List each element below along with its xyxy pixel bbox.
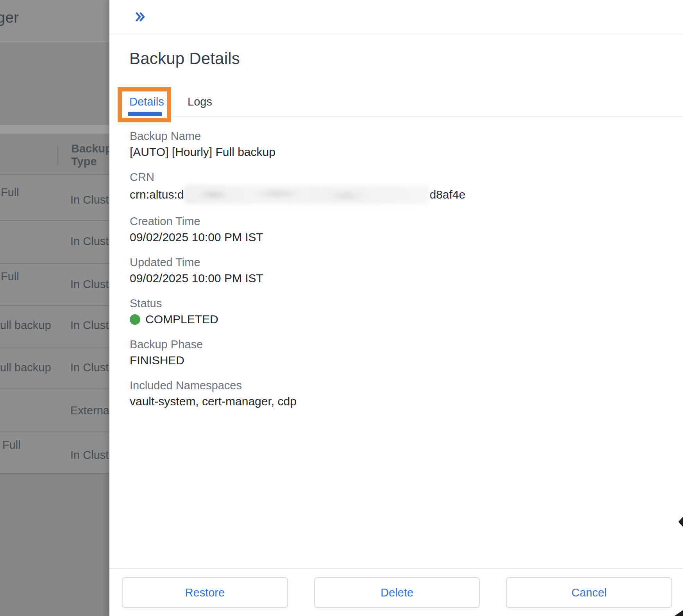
field-included-namespaces: Included Namespaces vault-system, cert-m… <box>130 378 667 410</box>
crn-value-line: crn:altus:d d8af4e <box>130 185 667 204</box>
field-status: Status COMPLETED <box>130 296 667 328</box>
drawer-header <box>109 0 683 34</box>
field-value: [AUTO] [Hourly] Full backup <box>130 144 667 160</box>
annotation-highlight-box <box>118 87 171 122</box>
footer-divider <box>109 568 683 569</box>
table-row: External <box>0 389 109 432</box>
tab-logs[interactable]: Logs <box>188 95 212 108</box>
field-value: vault-system, cert-manager, cdp <box>130 393 667 410</box>
clipped-artifact-corner <box>674 610 683 616</box>
table-row: ull backup In Cluste <box>0 347 109 389</box>
table-row: ull backup In Cluste <box>0 306 109 347</box>
field-label: Backup Name <box>130 129 667 143</box>
restore-button[interactable]: Restore <box>122 577 288 608</box>
background-toolbar-band <box>0 125 109 134</box>
clipped-artifact-right <box>678 517 683 527</box>
column-separator <box>57 146 58 165</box>
field-label: Creation Time <box>130 214 667 228</box>
collapse-drawer-button[interactable] <box>134 11 146 23</box>
status-completed-dot-icon <box>130 314 140 325</box>
field-value: FINISHED <box>130 352 667 369</box>
cancel-button[interactable]: Cancel <box>506 577 672 608</box>
status-value-line: COMPLETED <box>130 311 667 328</box>
field-creation-time: Creation Time 09/02/2025 10:00 PM IST <box>130 214 667 245</box>
background-page-title-fragment: ger <box>0 9 19 26</box>
field-label: CRN <box>130 170 667 184</box>
field-value: 09/02/2025 10:00 PM IST <box>130 270 667 287</box>
delete-button[interactable]: Delete <box>314 577 480 608</box>
table-row: Full In Cluste <box>0 264 109 306</box>
table-row: In Cluste <box>0 221 109 264</box>
drawer-footer: Restore Delete Cancel <box>109 577 683 608</box>
table-row: Full In Cluste <box>0 432 109 474</box>
background-backup-table: Backup Type Full In Cluste In Cluste Ful… <box>0 134 109 474</box>
double-chevron-right-icon <box>134 11 146 23</box>
dimmed-page-background: ger Backup Type Full In Cluste In Cluste… <box>0 0 109 616</box>
background-page-header: ger <box>0 0 109 42</box>
table-row: Full In Cluste <box>0 175 109 221</box>
field-label: Status <box>130 296 667 310</box>
field-backup-phase: Backup Phase FINISHED <box>130 337 667 369</box>
table-header-row: Backup Type <box>0 134 109 175</box>
redacted-crn-segment <box>184 185 429 204</box>
field-label: Included Namespaces <box>130 378 667 392</box>
backup-type-column-header: Backup Type <box>71 142 109 168</box>
crn-prefix: crn:altus:d <box>130 186 184 203</box>
details-field-list: Backup Name [AUTO] [Hourly] Full backup … <box>130 116 667 419</box>
field-updated-time: Updated Time 09/02/2025 10:00 PM IST <box>130 255 667 287</box>
field-label: Updated Time <box>130 255 667 269</box>
field-value: 09/02/2025 10:00 PM IST <box>130 229 667 245</box>
crn-suffix: d8af4e <box>429 186 465 203</box>
drawer-title: Backup Details <box>129 49 240 68</box>
backup-details-drawer: Backup Details Details Logs Backup Name … <box>109 0 683 616</box>
status-badge: COMPLETED <box>145 311 218 328</box>
field-backup-name: Backup Name [AUTO] [Hourly] Full backup <box>130 129 667 160</box>
background-page-lower-area <box>0 474 109 616</box>
field-label: Backup Phase <box>130 337 667 351</box>
field-crn: CRN crn:altus:d d8af4e <box>130 170 667 204</box>
